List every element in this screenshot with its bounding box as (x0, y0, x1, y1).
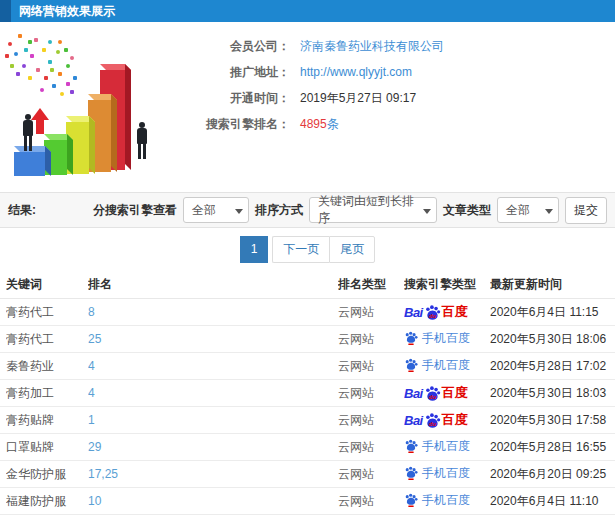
sort-label: 排序方式 (255, 202, 303, 219)
header-keyword: 关键词 (6, 276, 88, 293)
engine-rank-count-value: 4895条 (300, 116, 339, 133)
header-rank-type: 排名类型 (338, 276, 404, 293)
table-row[interactable]: 膏药加工 4 云网站 Bai du 百度 (0, 380, 615, 407)
engine-type-cell: Bai du 百度 (404, 492, 490, 511)
baidu-mobile-paw-icon (404, 493, 418, 507)
svg-text:du: du (429, 420, 437, 426)
engine-type-cell: Bai du 百度 (404, 357, 490, 376)
keyword-cell: 膏药代工 (6, 304, 88, 321)
open-time-row: 开通时间： 2019年5月27日 09:17 (172, 86, 444, 110)
rank-link[interactable]: 17,25 (88, 467, 118, 481)
baidu-mobile-cn-text: 手机百度 (422, 465, 470, 482)
engine-type-cell: Bai du 百度 (404, 411, 490, 429)
baidu-mobile-logo: 手机百度 (404, 492, 470, 509)
baidu-mobile-logo: 手机百度 (404, 357, 470, 374)
updated-cell: 2020年6月4日 11:15 (490, 304, 615, 321)
baidu-logo: Bai du 百度 (404, 303, 468, 321)
rank-type-cell: 云网站 (338, 304, 404, 321)
svg-text:du: du (429, 393, 437, 399)
table-row[interactable]: 口罩贴牌 29 云网站 Bai du 百度 (0, 434, 615, 461)
table-row[interactable]: Bai du 百度 (0, 515, 615, 520)
keyword-cell: 秦鲁药业 (6, 358, 88, 375)
baidu-logo: Bai du 百度 (404, 411, 468, 429)
table-body: 膏药代工 8 云网站 Bai du 百度 (0, 299, 615, 520)
rank-cell: 1 (88, 413, 338, 427)
rank-cell: 10 (88, 494, 338, 508)
promo-url-label: 推广地址： (172, 64, 290, 81)
keyword-cell: 膏药贴牌 (6, 412, 88, 429)
baidu-logo-cn-text: 百度 (442, 384, 468, 402)
filter-bar: 结果: 分搜索引擎查看 全部 排序方式 关键词由短到长排序 文章类型 全部 提交 (0, 192, 615, 228)
rank-link[interactable]: 4 (88, 386, 95, 400)
company-info-rows: 会员公司： 济南秦鲁药业科技有限公司 推广地址： http://www.qlyy… (172, 34, 444, 138)
rank-link[interactable]: 29 (88, 440, 101, 454)
rank-cell: 4 (88, 359, 338, 373)
rank-link[interactable]: 25 (88, 332, 101, 346)
rank-type-cell: 云网站 (338, 358, 404, 375)
article-type-value: 全部 (506, 202, 530, 219)
baidu-mobile-cn-text: 手机百度 (422, 357, 470, 374)
engine-filter-select[interactable]: 全部 (183, 197, 249, 223)
baidu-logo-cn-text: 百度 (442, 303, 468, 321)
rank-cell: 25 (88, 332, 338, 346)
table-row[interactable]: 金华防护服 17,25 云网站 Bai du 百度 (0, 461, 615, 488)
chevron-down-icon (423, 209, 431, 214)
keyword-ranking-table: 关键词 排名 排名类型 搜索引擎类型 最新更新时间 膏药代工 8 云网站 Bai… (0, 270, 615, 520)
baidu-mobile-cn-text: 手机百度 (422, 492, 470, 509)
bar-chart-illustration (0, 28, 170, 188)
pagination-last-button[interactable]: 尾页 (329, 236, 375, 263)
article-type-select[interactable]: 全部 (497, 197, 559, 223)
rank-type-cell: 云网站 (338, 412, 404, 429)
rank-type-cell: 云网站 (338, 385, 404, 402)
header-updated: 最新更新时间 (490, 276, 615, 293)
rank-cell: 4 (88, 386, 338, 400)
open-time-value: 2019年5月27日 09:17 (300, 90, 416, 107)
header-engine-type: 搜索引擎类型 (404, 276, 490, 293)
pagination-next-button[interactable]: 下一页 (272, 236, 329, 263)
table-row[interactable]: 膏药代工 25 云网站 Bai du 百度 (0, 326, 615, 353)
updated-cell: 2020年5月28日 16:55 (490, 439, 615, 456)
table-row[interactable]: 秦鲁药业 4 云网站 Bai du 百度 (0, 353, 615, 380)
promo-url-row: 推广地址： http://www.qlyyjt.com (172, 60, 444, 84)
baidu-logo-bai-text: Bai (404, 305, 423, 320)
sort-value: 关键词由短到长排序 (318, 193, 420, 227)
rank-type-cell: 云网站 (338, 493, 404, 510)
engine-rank-count-row: 搜索引擎排名： 4895条 (172, 112, 444, 136)
filter-controls: 分搜索引擎查看 全部 排序方式 关键词由短到长排序 文章类型 全部 提交 (93, 197, 607, 224)
table-row[interactable]: 膏药贴牌 1 云网站 Bai du 百度 (0, 407, 615, 434)
table-header-row: 关键词 排名 排名类型 搜索引擎类型 最新更新时间 (0, 270, 615, 299)
updated-cell: 2020年5月30日 17:58 (490, 412, 615, 429)
header-rank: 排名 (88, 276, 338, 293)
baidu-mobile-logo: 手机百度 (404, 330, 470, 347)
member-company-row: 会员公司： 济南秦鲁药业科技有限公司 (172, 34, 444, 58)
baidu-mobile-paw-icon (404, 358, 418, 372)
sort-select[interactable]: 关键词由短到长排序 (309, 197, 437, 223)
table-row[interactable]: 膏药代工 8 云网站 Bai du 百度 (0, 299, 615, 326)
submit-button[interactable]: 提交 (565, 197, 607, 224)
rank-link[interactable]: 8 (88, 305, 95, 319)
engine-type-cell: Bai du 百度 (404, 438, 490, 457)
chart-bar-blue (14, 152, 45, 176)
promo-url-link[interactable]: http://www.qlyyjt.com (300, 65, 412, 79)
rank-link[interactable]: 4 (88, 359, 95, 373)
pagination-page-1[interactable]: 1 (240, 236, 269, 263)
engine-rank-count-label: 搜索引擎排名： (172, 116, 290, 133)
keyword-cell: 福建防护服 (6, 493, 88, 510)
baidu-mobile-logo: 手机百度 (404, 465, 470, 482)
updated-cell: 2020年5月30日 18:06 (490, 331, 615, 348)
member-company-link[interactable]: 济南秦鲁药业科技有限公司 (300, 38, 444, 55)
baidu-logo-bai-text: Bai (404, 413, 423, 428)
article-type-label: 文章类型 (443, 202, 491, 219)
rank-link[interactable]: 10 (88, 494, 101, 508)
page: 网络营销效果展示 会员公司： 济南秦鲁药业科技有限公司 推广地址： (0, 0, 615, 520)
engine-type-cell: Bai du 百度 (404, 465, 490, 484)
baidu-logo-bai-text: Bai (404, 386, 423, 401)
table-row[interactable]: 福建防护服 10 云网站 Bai du 百度 (0, 488, 615, 515)
rank-link[interactable]: 1 (88, 413, 95, 427)
rank-cell: 17,25 (88, 467, 338, 481)
svg-text:du: du (429, 312, 437, 318)
baidu-mobile-logo: 手机百度 (404, 438, 470, 455)
chevron-down-icon (235, 209, 243, 214)
open-time-label: 开通时间： (172, 90, 290, 107)
engine-filter-value: 全部 (192, 202, 216, 219)
